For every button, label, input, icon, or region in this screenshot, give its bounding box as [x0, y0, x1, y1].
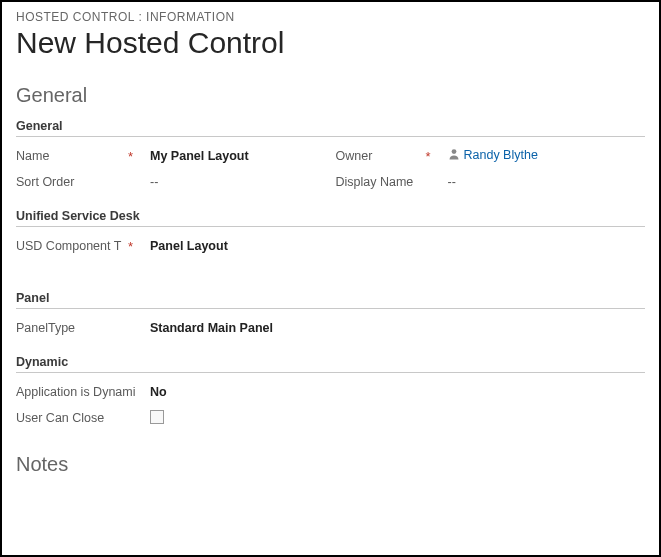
display-name-value[interactable]: -- [448, 175, 646, 189]
name-label: Name [16, 149, 128, 163]
panel-type-label: PanelType [16, 321, 128, 335]
user-can-close-checkbox[interactable] [150, 410, 164, 424]
person-icon [448, 148, 460, 162]
field-user-can-close: User Can Close [16, 409, 645, 427]
field-name: Name * My Panel Layout [16, 147, 326, 165]
display-name-label: Display Name [336, 175, 426, 189]
sort-order-label: Sort Order [16, 175, 128, 189]
section-notes-title: Notes [16, 453, 645, 476]
field-panel-type: PanelType Standard Main Panel [16, 319, 645, 337]
name-value[interactable]: My Panel Layout [150, 149, 326, 163]
owner-link[interactable]: Randy Blythe [464, 148, 538, 162]
subsection-usd: Unified Service Desk [16, 209, 645, 227]
page-title: New Hosted Control [16, 26, 645, 60]
usd-component-type-label: USD Component T [16, 239, 128, 253]
usd-component-type-value[interactable]: Panel Layout [150, 239, 645, 253]
section-general-title: General [16, 84, 645, 107]
app-dynamic-value[interactable]: No [150, 385, 645, 399]
svg-point-0 [451, 149, 456, 154]
usd-component-type-required: * [128, 240, 150, 253]
sort-order-value[interactable]: -- [150, 175, 326, 189]
owner-required: * [426, 150, 448, 163]
user-can-close-label: User Can Close [16, 411, 150, 425]
subsection-general: General [16, 119, 645, 137]
subsection-panel: Panel [16, 291, 645, 309]
field-owner: Owner * Randy Blythe [336, 147, 646, 165]
field-display-name: Display Name -- [336, 173, 646, 191]
owner-value-cell[interactable]: Randy Blythe [448, 148, 646, 163]
breadcrumb: HOSTED CONTROL : INFORMATION [16, 10, 645, 24]
field-app-dynamic: Application is Dynami No [16, 383, 645, 401]
app-dynamic-label: Application is Dynami [16, 385, 150, 399]
field-sort-order: Sort Order -- [16, 173, 326, 191]
user-can-close-value [150, 410, 645, 427]
owner-label: Owner [336, 149, 426, 163]
panel-type-value[interactable]: Standard Main Panel [150, 321, 645, 335]
name-required: * [128, 150, 150, 163]
subsection-dynamic: Dynamic [16, 355, 645, 373]
field-usd-component-type: USD Component T * Panel Layout [16, 237, 645, 255]
